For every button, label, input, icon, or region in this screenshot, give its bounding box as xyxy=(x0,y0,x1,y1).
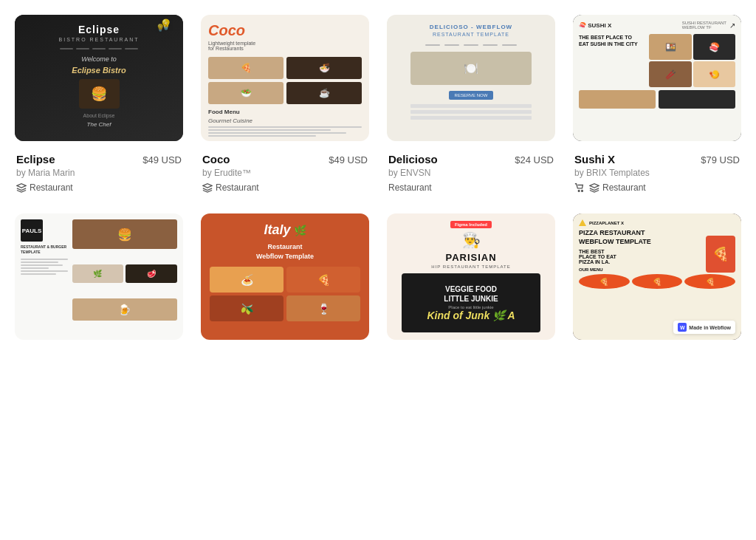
pauls-hero-img: 🍔 xyxy=(72,219,177,249)
thumbnail-italy[interactable]: Italy 🌿 RestaurantWebflow Template 🍝 🍕 🫒… xyxy=(201,213,369,340)
coco-grid: 🍕 🍜 🥗 ☕ xyxy=(208,57,362,104)
coco-tagline: Lightweight templatefor Restaurants xyxy=(208,41,362,51)
delicioso-nav xyxy=(425,44,517,46)
parisian-kind: Kind of Junk 🌿 A xyxy=(427,310,515,321)
eclipse-brand: Eclipse xyxy=(24,24,174,35)
card-name-sushix: Sushi X xyxy=(574,153,615,165)
sushix-bottom-1 xyxy=(579,90,656,109)
coco-cuisine: Gourmet Cuisine xyxy=(208,117,362,124)
pauls-card-2: 🥩 xyxy=(126,264,177,283)
card-name-coco: Coco xyxy=(202,153,230,165)
webflow-badge: W Made in Webflow xyxy=(673,321,735,334)
sushix-logo-sub: SUSHI RESTAURANTWEBFLOW TF xyxy=(682,21,726,30)
sushix-main: THE BEST PLACE TOEAT SUSHI IN THE CITY 🍱… xyxy=(579,34,735,87)
pizza-item-3: 🍕 xyxy=(684,274,735,289)
coco-menu: Food Menu xyxy=(208,109,362,115)
webflow-w-icon: W xyxy=(678,323,687,332)
thumbnail-sushix[interactable]: 🍣 SUSHI X SUSHI RESTAURANTWEBFLOW TF ↗ T… xyxy=(573,15,741,141)
thumbnail-parisian[interactable]: Figma Included 👨‍🍳 PARISIAN HIP RESTAURA… xyxy=(387,213,555,340)
card-info-pizzaplanet xyxy=(573,349,741,355)
card-coco[interactable]: Coco Lightweight templatefor Restaurants… xyxy=(201,15,369,196)
card-author-delicioso: by ENVSN xyxy=(388,168,554,178)
card-tag-delicioso-restaurant: Restaurant xyxy=(388,182,432,193)
card-tag-sushix-cart xyxy=(574,182,585,193)
tag-label: Restaurant xyxy=(30,182,73,193)
sushix-photos: 🍱 🍣 🥢 🍤 xyxy=(649,34,735,87)
card-tag-coco-restaurant: Restaurant xyxy=(202,182,259,193)
eclipse-nav xyxy=(24,48,174,49)
italy-brand: Italy xyxy=(264,222,290,238)
card-eclipse[interactable]: 💡 💡 Eclipse BISTRO RESTAURANT Welcome to… xyxy=(15,15,183,196)
svg-point-0 xyxy=(578,191,580,192)
sushix-photo-3: 🥢 xyxy=(649,61,691,87)
card-sushix[interactable]: 🍣 SUSHI X SUSHI RESTAURANTWEBFLOW TF ↗ T… xyxy=(573,15,741,196)
italy-photo-2: 🍕 xyxy=(286,267,360,293)
pizza-hero-image: 🍕 xyxy=(706,236,735,273)
eclipse-bistro: Eclipse Bistro xyxy=(24,66,174,75)
thumbnail-delicioso[interactable]: DELICIOSO - WEBFLOW RESTAURANT TEMPLATE … xyxy=(387,15,555,141)
tag-label-delicioso: Restaurant xyxy=(388,182,432,193)
thumbnail-pauls[interactable]: PAULS RESTAURANT & BURGER TEMPLATE 🍔 xyxy=(15,213,183,340)
delicioso-cta: RESERVE NOW xyxy=(449,91,494,100)
pauls-lines xyxy=(21,259,68,275)
sushix-photo-1: 🍱 xyxy=(649,34,691,60)
sushix-bottom xyxy=(579,90,735,109)
card-tag-sushix-restaurant: Restaurant xyxy=(589,182,646,193)
coco-img-2: 🍜 xyxy=(286,57,362,79)
pizza-menu-grid: 🍕 🍕 🍕 xyxy=(579,274,735,289)
card-info-parisian xyxy=(387,349,555,355)
italy-photo-1: 🍝 xyxy=(210,267,284,293)
title-row-sushix: Sushi X $79 USD xyxy=(574,153,740,165)
card-info-pauls xyxy=(15,349,183,355)
thumbnail-coco[interactable]: Coco Lightweight templatefor Restaurants… xyxy=(201,15,369,141)
title-row-delicioso: Delicioso $24 USD xyxy=(388,153,554,165)
coco-lines xyxy=(208,126,362,137)
pauls-tagline: RESTAURANT & BURGER TEMPLATE xyxy=(21,245,68,254)
template-grid: 💡 💡 Eclipse BISTRO RESTAURANT Welcome to… xyxy=(15,15,741,355)
pauls-right: 🍔 🌿 🥩 🍺 xyxy=(72,219,177,334)
parisian-badge: Figma Included xyxy=(450,221,492,228)
tag-label-sushix: Restaurant xyxy=(602,182,646,193)
card-tag-restaurant: Restaurant xyxy=(16,182,73,193)
card-tags-delicioso: Restaurant xyxy=(388,182,554,193)
coco-img-4: ☕ xyxy=(286,82,362,104)
card-author-eclipse: by Maria Marin xyxy=(16,168,182,178)
italy-photos: 🍝 🍕 🫒 🍷 xyxy=(210,267,360,321)
sushix-photo-4: 🍤 xyxy=(693,61,735,87)
italy-leaf-icon: 🌿 xyxy=(294,225,306,236)
layers-icon-sushix xyxy=(589,182,599,193)
thumbnail-pizzaplanet[interactable]: PIZZAPLANET X PIZZA RESTAURANTWEBFLOW TE… xyxy=(573,213,741,340)
card-delicioso[interactable]: DELICIOSO - WEBFLOW RESTAURANT TEMPLATE … xyxy=(387,15,555,196)
bulb-decoration-2: 💡 xyxy=(156,24,165,32)
delicioso-title: DELICIOSO - WEBFLOW xyxy=(430,24,512,30)
sushix-left: THE BEST PLACE TOEAT SUSHI IN THE CITY xyxy=(579,34,646,87)
webflow-badge-label: Made in Webflow xyxy=(689,325,731,330)
card-price-delicioso: $24 USD xyxy=(515,154,554,165)
card-parisian[interactable]: Figma Included 👨‍🍳 PARISIAN HIP RESTAURA… xyxy=(387,213,555,355)
layers-icon-coco xyxy=(202,182,213,193)
title-row-coco: Coco $49 USD xyxy=(202,153,368,165)
pauls-logo: PAULS xyxy=(21,219,43,242)
external-link-icon: ↗ xyxy=(729,21,735,30)
pizza-header: PIZZAPLANET X xyxy=(579,219,735,226)
card-pizzaplanet[interactable]: PIZZAPLANET X PIZZA RESTAURANTWEBFLOW TE… xyxy=(573,213,741,355)
parisian-veggie: VEGGIE FOODLITTLE JUNKIE xyxy=(444,284,498,304)
pizza-brand: PIZZAPLANET X xyxy=(589,221,624,225)
eclipse-welcome: Welcome to xyxy=(24,55,174,63)
card-price-coco: $49 USD xyxy=(329,154,368,165)
thumbnail-eclipse[interactable]: 💡 💡 Eclipse BISTRO RESTAURANT Welcome to… xyxy=(15,15,183,141)
title-row-eclipse: Eclipse $49 USD xyxy=(16,153,182,165)
card-price-sushix: $79 USD xyxy=(701,154,740,165)
card-pauls[interactable]: PAULS RESTAURANT & BURGER TEMPLATE 🍔 xyxy=(15,213,183,355)
coco-img-1: 🍕 xyxy=(208,57,284,79)
italy-subtitle: RestaurantWebflow Template xyxy=(256,242,314,261)
cart-icon xyxy=(574,182,585,193)
card-author-sushix: by BRIX Templates xyxy=(574,168,740,178)
parisian-title: PARISIAN xyxy=(445,252,496,263)
layers-icon xyxy=(16,182,27,193)
card-italy[interactable]: Italy 🌿 RestaurantWebflow Template 🍝 🍕 🫒… xyxy=(201,213,369,355)
italy-header: Italy 🌿 xyxy=(264,222,306,238)
eclipse-about: About Eclipse xyxy=(24,113,174,118)
card-info-eclipse: Eclipse $49 USD by Maria Marin Restauran… xyxy=(15,150,183,196)
delicioso-subtitle: RESTAURANT TEMPLATE xyxy=(433,32,509,37)
